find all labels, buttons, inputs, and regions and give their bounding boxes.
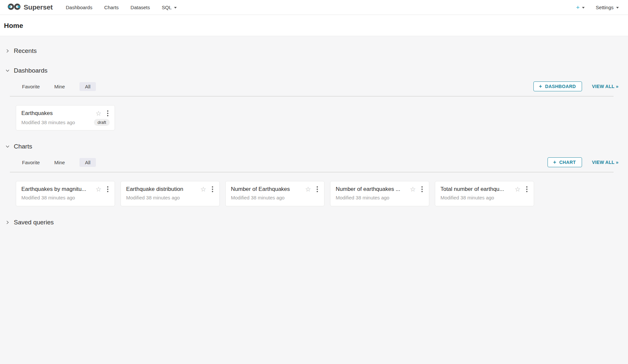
favorite-star-icon[interactable]: ☆: [96, 110, 101, 117]
entity-card[interactable]: Number of Earthquakes ☆ Modified 38 minu…: [225, 181, 325, 206]
saved-queries-section-toggle[interactable]: Saved queries: [0, 215, 628, 230]
nav-item-label: Datasets: [130, 5, 150, 10]
favorite-star-icon[interactable]: ☆: [200, 186, 206, 193]
dashboards-tab-all[interactable]: All: [79, 82, 96, 91]
home-content: Recents Dashboards FavoriteMineAll + DAS…: [0, 36, 628, 364]
new-chart-button[interactable]: + CHART: [548, 157, 582, 167]
dashboards-tab-mine[interactable]: Mine: [54, 82, 65, 91]
dashboards-tab-favorite[interactable]: Favorite: [22, 82, 40, 91]
kebab-menu-icon[interactable]: [106, 110, 110, 117]
card-title-link[interactable]: Earthquakes: [21, 110, 93, 117]
charts-tab-all[interactable]: All: [79, 158, 96, 167]
plus-icon: +: [539, 84, 542, 89]
entity-card[interactable]: Earthquake distribution ☆ Modified 38 mi…: [121, 181, 220, 206]
charts-card-list: Earthquakes by magnitu... ☆ Modified 38 …: [0, 172, 628, 207]
charts-tabs: FavoriteMineAll: [22, 158, 96, 167]
card-title-link[interactable]: Earthquake distribution: [126, 186, 198, 193]
chevron-right-icon: [6, 220, 10, 224]
card-title-link[interactable]: Total number of earthqu...: [440, 186, 512, 193]
page-header: Home: [0, 15, 628, 36]
superset-logo-icon: [7, 3, 21, 12]
caret-down-icon: [582, 7, 585, 9]
card-modified-text: Modified 38 minutes ago: [440, 195, 494, 200]
card-modified-text: Modified 38 minutes ago: [231, 195, 284, 200]
dashboards-card-list: Earthquakes ☆ Modified 38 minutes ago dr…: [0, 97, 628, 131]
settings-label: Settings: [596, 5, 614, 10]
new-dashboard-button-label: DASHBOARD: [545, 84, 576, 89]
card-modified-text: Modified 38 minutes ago: [21, 195, 75, 200]
top-navbar: Superset DashboardsChartsDatasetsSQL + S…: [0, 0, 628, 15]
dashboards-view-all-link[interactable]: VIEW ALL »: [592, 84, 618, 89]
chevron-right-icon: [6, 49, 10, 53]
recents-section-title: Recents: [14, 47, 37, 55]
new-item-menu[interactable]: +: [576, 4, 585, 11]
charts-tab-favorite[interactable]: Favorite: [22, 158, 40, 167]
kebab-menu-icon[interactable]: [211, 186, 214, 193]
chevron-down-icon: [6, 69, 10, 73]
charts-section-title: Charts: [14, 143, 32, 150]
kebab-menu-icon[interactable]: [106, 186, 110, 193]
charts-section: Charts FavoriteMineAll + CHART VIEW ALL …: [0, 139, 628, 207]
nav-item-label: SQL: [162, 5, 172, 10]
favorite-star-icon[interactable]: ☆: [96, 186, 101, 193]
kebab-menu-icon[interactable]: [315, 186, 319, 193]
draft-badge: draft: [94, 119, 110, 126]
caret-down-icon: [174, 7, 177, 9]
kebab-menu-icon[interactable]: [525, 186, 529, 193]
recents-section-toggle[interactable]: Recents: [0, 43, 628, 58]
new-chart-button-label: CHART: [559, 160, 576, 165]
card-modified-text: Modified 38 minutes ago: [21, 120, 75, 125]
favorite-star-icon[interactable]: ☆: [410, 186, 416, 193]
nav-item-label: Dashboards: [66, 5, 92, 10]
nav-item-dashboards[interactable]: Dashboards: [60, 5, 98, 10]
charts-section-toggle[interactable]: Charts: [0, 139, 628, 154]
brand-name: Superset: [24, 3, 53, 11]
caret-down-icon: [616, 7, 619, 9]
charts-view-all-link[interactable]: VIEW ALL »: [592, 160, 618, 165]
card-title-link[interactable]: Number of earthquakes ...: [336, 186, 407, 193]
nav-item-label: Charts: [104, 5, 119, 10]
chevron-down-icon: [6, 145, 10, 148]
dashboards-section-title: Dashboards: [14, 67, 47, 74]
new-dashboard-button[interactable]: + DASHBOARD: [533, 81, 582, 91]
saved-queries-section-title: Saved queries: [14, 219, 54, 226]
nav-item-datasets[interactable]: Datasets: [124, 5, 156, 10]
entity-card[interactable]: Earthquakes by magnitu... ☆ Modified 38 …: [16, 181, 115, 206]
page-title: Home: [4, 22, 618, 30]
entity-card[interactable]: Number of earthquakes ... ☆ Modified 38 …: [330, 181, 429, 206]
card-modified-text: Modified 38 minutes ago: [336, 195, 389, 200]
entity-card[interactable]: Total number of earthqu... ☆ Modified 38…: [435, 181, 534, 206]
settings-menu[interactable]: Settings: [596, 5, 619, 10]
card-title-link[interactable]: Earthquakes by magnitu...: [21, 186, 93, 193]
nav-item-sql[interactable]: SQL: [156, 5, 183, 10]
dashboards-tabs: FavoriteMineAll: [22, 82, 96, 91]
card-title-link[interactable]: Number of Earthquakes: [231, 186, 303, 193]
favorite-star-icon[interactable]: ☆: [305, 186, 311, 193]
nav-item-charts[interactable]: Charts: [98, 5, 124, 10]
entity-card[interactable]: Earthquakes ☆ Modified 38 minutes ago dr…: [16, 105, 115, 130]
card-modified-text: Modified 38 minutes ago: [126, 195, 180, 200]
favorite-star-icon[interactable]: ☆: [515, 186, 521, 193]
plus-icon: +: [576, 4, 580, 11]
charts-tab-mine[interactable]: Mine: [54, 158, 65, 167]
kebab-menu-icon[interactable]: [420, 186, 424, 193]
plus-icon: +: [553, 160, 556, 165]
dashboards-section-toggle[interactable]: Dashboards: [0, 63, 628, 78]
superset-brand[interactable]: Superset: [7, 3, 53, 12]
dashboards-section: Dashboards FavoriteMineAll + DASHBOARD V…: [0, 63, 628, 131]
